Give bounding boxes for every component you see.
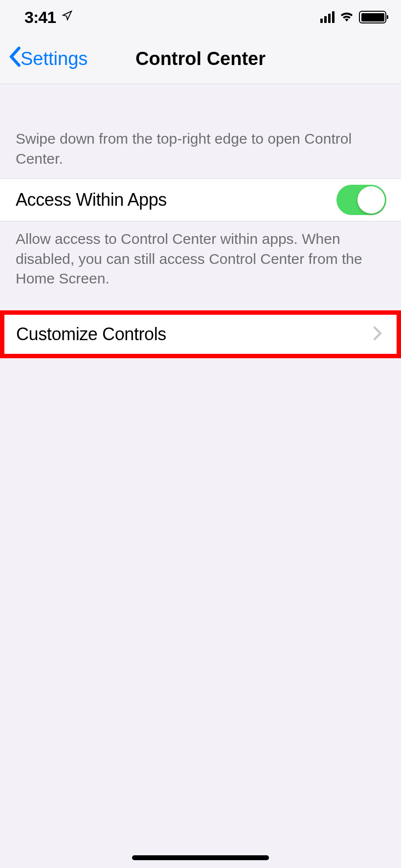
battery-icon xyxy=(359,11,386,23)
section-header-desc: Swipe down from the top-right edge to op… xyxy=(0,84,401,178)
access-within-apps-label: Access Within Apps xyxy=(16,190,167,210)
status-right xyxy=(320,11,386,23)
location-icon xyxy=(62,10,72,24)
chevron-left-icon xyxy=(8,46,22,71)
section-footer-desc: Allow access to Control Center within ap… xyxy=(0,221,401,302)
status-left: 3:41 xyxy=(24,8,72,27)
customize-controls-label: Customize Controls xyxy=(16,324,166,345)
home-indicator[interactable] xyxy=(132,855,269,860)
toggle-knob xyxy=(357,186,385,214)
back-label: Settings xyxy=(21,48,88,69)
access-within-apps-row[interactable]: Access Within Apps xyxy=(0,178,401,221)
cellular-signal-icon xyxy=(320,11,334,23)
status-bar: 3:41 xyxy=(0,0,401,34)
customize-controls-row[interactable]: Customize Controls xyxy=(4,315,397,354)
chevron-right-icon xyxy=(373,326,382,343)
back-button[interactable]: Settings xyxy=(8,46,88,71)
wifi-icon xyxy=(339,11,354,23)
highlight-annotation: Customize Controls xyxy=(0,310,401,358)
access-within-apps-toggle[interactable] xyxy=(336,185,386,215)
nav-bar: Settings Control Center xyxy=(0,34,401,84)
status-time: 3:41 xyxy=(24,8,56,27)
